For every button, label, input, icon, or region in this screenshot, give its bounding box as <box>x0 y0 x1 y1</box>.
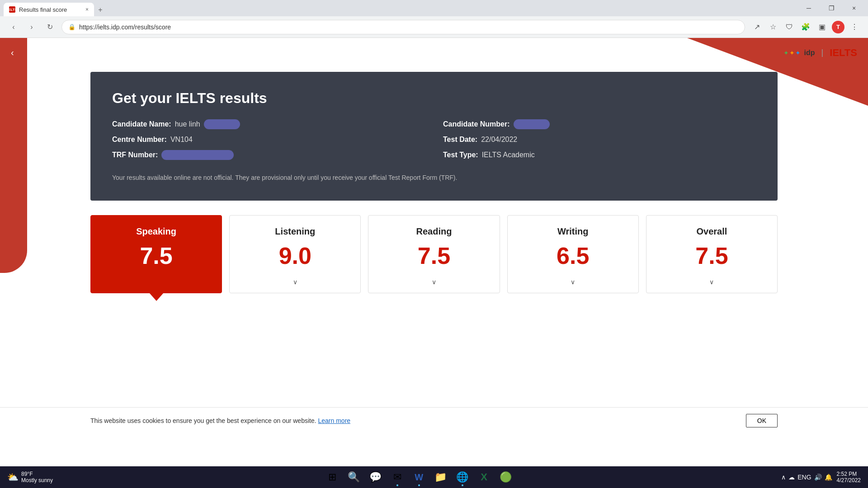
ielts-logo-text: IELTS <box>830 47 857 59</box>
weather-widget: ⛅ 89°F Mostly sunny <box>7 471 53 483</box>
test-type-label: Test Type: <box>443 151 478 159</box>
disclaimer-text: Your results available online are not of… <box>112 173 756 183</box>
menu-icon[interactable]: ⋮ <box>848 21 861 33</box>
teams-button[interactable]: 💬 <box>366 467 386 487</box>
writing-card[interactable]: Writing 6.5 ∨ <box>507 215 639 293</box>
results-title: Get your IELTS results <box>112 90 756 107</box>
refresh-button[interactable]: ↻ <box>43 21 56 33</box>
chevron-up-icon[interactable]: ∧ <box>781 474 786 481</box>
reading-chevron-icon: ∨ <box>432 278 436 286</box>
maximize-button[interactable]: ❐ <box>821 0 842 16</box>
time-display: 2:52 PM <box>837 471 861 477</box>
ok-button[interactable]: OK <box>746 414 778 427</box>
logo-area: ✦✦✦ idp | IELTS <box>783 47 857 59</box>
results-card: Get your IELTS results Candidate Name: h… <box>90 72 778 201</box>
url-bar[interactable]: 🔒 https://ielts.idp.com/results/score <box>61 20 745 34</box>
forward-button[interactable]: › <box>25 21 38 33</box>
listening-chevron-icon: ∨ <box>293 278 297 286</box>
page-content: ‹ ✦✦✦ idp | IELTS Get your IELTS results… <box>0 38 868 488</box>
listening-label: Listening <box>275 226 315 237</box>
tab-title: Results final score <box>19 6 67 13</box>
main-wrapper: Get your IELTS results Candidate Name: h… <box>0 72 868 201</box>
candidate-name-label: Candidate Name: <box>112 120 171 128</box>
start-button[interactable]: ⊞ <box>322 467 342 487</box>
test-type-row: Test Type: IELTS Academic <box>443 150 756 160</box>
speaking-card[interactable]: Speaking 7.5 <box>90 215 222 293</box>
active-tab[interactable]: IELTS Results final score × <box>4 3 94 16</box>
tab-favicon: IELTS <box>9 6 15 13</box>
candidate-number-blur <box>514 119 550 129</box>
taskbar: ⛅ 89°F Mostly sunny ⊞ 🔍 💬 ✉ W 📁 🌐 X 🟢 ∧ … <box>0 466 868 488</box>
lang-label: ENG <box>797 474 811 481</box>
clock: 2:52 PM 4/27/2022 <box>837 471 861 483</box>
edge-button[interactable]: 🌐 <box>453 467 472 487</box>
date-display: 4/27/2022 <box>837 477 861 483</box>
taskbar-right: ∧ ☁ ENG 🔊 🔔 2:52 PM 4/27/2022 <box>781 471 861 483</box>
chrome-button[interactable]: 🟢 <box>496 467 516 487</box>
test-date-row: Test Date: 22/04/2022 <box>443 136 756 144</box>
title-bar: IELTS Results final score × + ─ ❐ × <box>0 0 868 16</box>
notification-icon[interactable]: 🔔 <box>825 474 832 481</box>
weather-info: 89°F Mostly sunny <box>21 471 53 483</box>
candidate-name-blur <box>204 119 240 129</box>
mail-button[interactable]: ✉ <box>387 467 407 487</box>
centre-number-value: VN104 <box>170 136 193 144</box>
taskbar-icons: ⊞ 🔍 💬 ✉ W 📁 🌐 X 🟢 <box>60 467 778 487</box>
reading-card[interactable]: Reading 7.5 ∨ <box>368 215 500 293</box>
tab-close-button[interactable]: × <box>85 6 89 13</box>
weather-desc: Mostly sunny <box>21 477 53 483</box>
learn-more-link[interactable]: Learn more <box>318 417 351 424</box>
shield-icon[interactable]: 🛡 <box>783 21 796 33</box>
test-date-value: 22/04/2022 <box>481 136 517 144</box>
logo-separator: | <box>821 48 824 57</box>
close-button[interactable]: × <box>844 0 864 16</box>
sidebar-icon[interactable]: ▣ <box>816 21 828 33</box>
cookie-text: This website uses cookies to ensure you … <box>90 417 316 424</box>
share-icon[interactable]: ↗ <box>750 21 763 33</box>
url-text: https://ielts.idp.com/results/score <box>79 23 738 31</box>
overall-label: Overall <box>697 226 727 237</box>
network-icon: ☁ <box>788 474 795 481</box>
writing-chevron-icon: ∨ <box>571 278 575 286</box>
minimize-button[interactable]: ─ <box>798 0 819 16</box>
listening-score: 9.0 <box>279 244 311 267</box>
extensions-icon[interactable]: 🧩 <box>799 21 812 33</box>
candidate-name-value: hue linh <box>175 120 200 128</box>
profile-avatar[interactable]: T <box>832 21 844 33</box>
tab-bar: IELTS Results final score × + <box>4 0 107 16</box>
listening-card[interactable]: Listening 9.0 ∨ <box>229 215 361 293</box>
lock-icon: 🔒 <box>68 23 75 30</box>
weather-icon: ⛅ <box>7 472 19 483</box>
search-taskbar-button[interactable]: 🔍 <box>344 467 364 487</box>
explorer-button[interactable]: 📁 <box>431 467 451 487</box>
address-bar: ‹ › ↻ 🔒 https://ielts.idp.com/results/sc… <box>0 16 868 38</box>
bookmark-icon[interactable]: ☆ <box>767 21 779 33</box>
excel-button[interactable]: X <box>474 467 494 487</box>
speaking-label: Speaking <box>136 226 176 237</box>
overall-chevron-icon: ∨ <box>709 278 714 286</box>
reading-score: 7.5 <box>418 244 450 267</box>
cookie-message: This website uses cookies to ensure you … <box>90 417 350 424</box>
writing-label: Writing <box>557 226 589 237</box>
trf-number-label: TRF Number: <box>112 151 158 159</box>
word-button[interactable]: W <box>409 467 429 487</box>
toolbar-icons: ↗ ☆ 🛡 🧩 ▣ T ⋮ <box>750 21 861 33</box>
centre-number-label: Centre Number: <box>112 136 167 144</box>
top-nav: ‹ ✦✦✦ idp | IELTS <box>0 38 868 67</box>
centre-number-row: Centre Number: VN104 <box>112 136 425 144</box>
new-tab-button[interactable]: + <box>94 4 107 16</box>
reading-label: Reading <box>416 226 452 237</box>
candidate-name-row: Candidate Name: hue linh <box>112 119 425 129</box>
window-controls: ─ ❐ × <box>798 0 864 16</box>
speaking-score: 7.5 <box>140 244 172 267</box>
trf-number-blur <box>161 150 234 160</box>
idp-logo-text: idp <box>804 49 815 57</box>
test-type-value: IELTS Academic <box>482 151 535 159</box>
back-button[interactable]: ‹ <box>7 21 20 33</box>
candidate-number-label: Candidate Number: <box>443 120 510 128</box>
test-date-label: Test Date: <box>443 136 477 144</box>
overall-card[interactable]: Overall 7.5 ∨ <box>646 215 778 293</box>
volume-icon[interactable]: 🔊 <box>814 474 822 481</box>
idp-icon: ✦✦✦ <box>783 49 801 56</box>
page-back-button[interactable]: ‹ <box>11 47 14 58</box>
